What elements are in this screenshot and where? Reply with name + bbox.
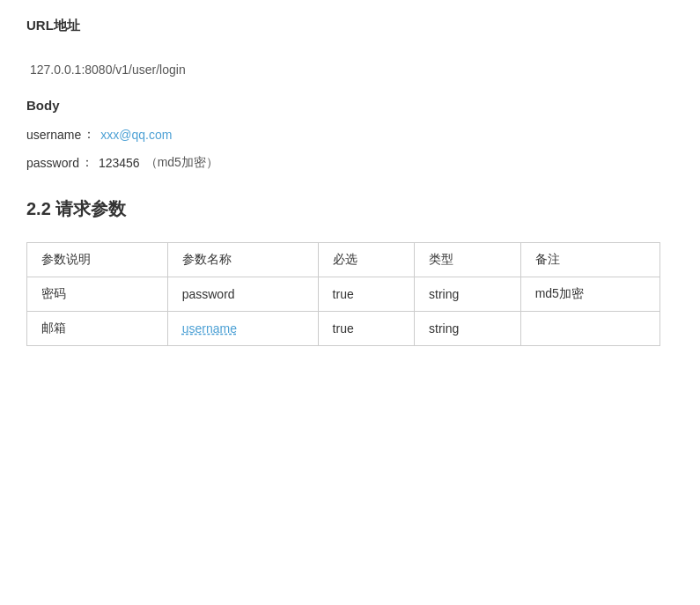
cell-type-0: string [415, 277, 521, 312]
cell-name-0: password [167, 277, 318, 312]
cell-note-0: md5加密 [520, 277, 659, 312]
table-container: 参数说明 参数名称 必选 类型 备注 密码 password true stri… [26, 242, 674, 346]
param-colon-password: ： [81, 155, 93, 171]
body-label: Body [26, 98, 674, 113]
url-label: URL地址 [26, 18, 674, 34]
param-key-password: password [26, 156, 79, 170]
cell-required-1: true [318, 312, 414, 346]
cell-note-1 [520, 312, 659, 346]
param-row-username: username ： xxx@qq.com [26, 127, 674, 143]
col-header-note: 备注 [520, 243, 659, 277]
url-value: 127.0.0.1:8080/v1/user/login [30, 63, 186, 77]
cell-type-1: string [415, 312, 521, 346]
body-params: username ： xxx@qq.com password ： 123456 … [26, 127, 674, 171]
col-header-required: 必选 [318, 243, 414, 277]
param-note-password: （md5加密） [145, 155, 218, 171]
param-row-password: password ： 123456 （md5加密） [26, 155, 674, 171]
param-key-username: username [26, 128, 81, 142]
param-colon-username: ： [83, 127, 95, 143]
col-header-name: 参数名称 [167, 243, 318, 277]
param-value-username: xxx@qq.com [100, 128, 172, 142]
cell-required-0: true [318, 277, 414, 312]
url-section: URL地址 127.0.0.1:8080/v1/user/login [26, 18, 674, 77]
param-value-password: 123456 [99, 156, 140, 170]
body-section: Body username ： xxx@qq.com password ： 12… [26, 98, 674, 171]
cell-description-0: 密码 [27, 277, 168, 312]
col-header-type: 类型 [415, 243, 521, 277]
table-header-row: 参数说明 参数名称 必选 类型 备注 [27, 243, 660, 277]
table-row: 邮箱 username true string [27, 312, 660, 346]
params-table: 参数说明 参数名称 必选 类型 备注 密码 password true stri… [26, 242, 660, 346]
table-row: 密码 password true string md5加密 [27, 277, 660, 312]
cell-description-1: 邮箱 [27, 312, 168, 346]
col-header-description: 参数说明 [27, 243, 168, 277]
section-heading: 2.2 请求参数 [26, 197, 674, 221]
cell-name-1[interactable]: username [167, 312, 318, 346]
request-params-section: 2.2 请求参数 参数说明 参数名称 必选 类型 备注 密码 password … [26, 197, 674, 346]
